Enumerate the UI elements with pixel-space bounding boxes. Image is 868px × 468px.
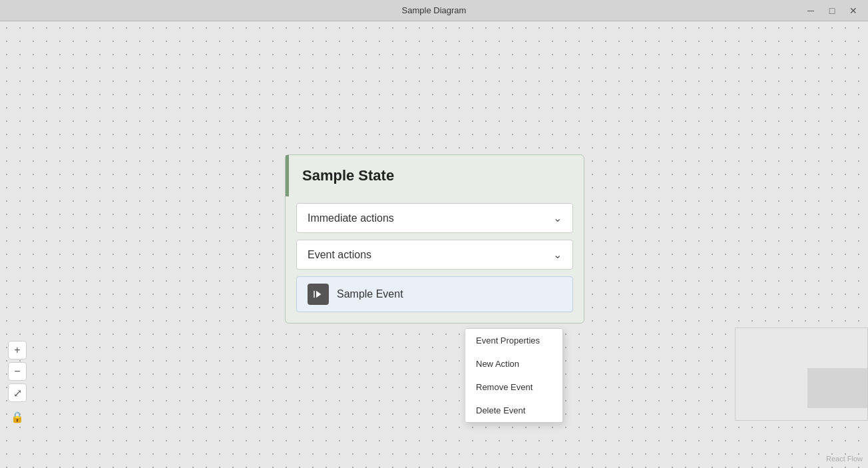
state-node: Sample State Immediate actions ⌄ Event a…	[285, 154, 584, 324]
sample-event-row[interactable]: Sample Event	[296, 276, 573, 312]
context-menu-item-delete-event[interactable]: Delete Event	[465, 399, 562, 422]
svg-rect-0	[314, 291, 315, 298]
fit-view-button[interactable]: ⤢	[8, 383, 27, 402]
lock-button[interactable]: 🔒	[8, 407, 27, 426]
window-controls: ─ □ ✕	[801, 3, 863, 18]
state-node-body: Immediate actions ⌄ Event actions ⌄ Samp…	[286, 196, 584, 323]
window-title: Sample Diagram	[402, 5, 467, 15]
maximize-button[interactable]: □	[823, 3, 841, 18]
zoom-controls: + − ⤢	[8, 341, 27, 402]
react-flow-watermark: React Flow	[826, 455, 863, 463]
immediate-actions-label: Immediate actions	[308, 212, 394, 224]
immediate-actions-section[interactable]: Immediate actions ⌄	[296, 203, 573, 233]
context-menu-item-event-properties[interactable]: Event Properties	[465, 329, 562, 352]
event-actions-label: Event actions	[308, 249, 371, 261]
minimap-viewport	[807, 368, 867, 408]
title-bar: Sample Diagram ─ □ ✕	[0, 0, 868, 21]
zoom-in-button[interactable]: +	[8, 341, 27, 359]
close-button[interactable]: ✕	[844, 3, 863, 18]
immediate-actions-chevron: ⌄	[553, 212, 562, 224]
state-node-header: Sample State	[286, 155, 584, 196]
zoom-out-button[interactable]: −	[8, 362, 27, 381]
event-label: Sample Event	[337, 288, 403, 300]
context-menu-item-new-action[interactable]: New Action	[465, 352, 562, 375]
minimap-panel	[735, 328, 868, 421]
event-icon	[308, 284, 329, 305]
event-actions-section[interactable]: Event actions ⌄	[296, 240, 573, 270]
state-node-title: Sample State	[302, 167, 394, 184]
event-actions-chevron: ⌄	[553, 248, 562, 261]
context-menu-item-remove-event[interactable]: Remove Event	[465, 375, 562, 399]
context-menu: Event Properties New Action Remove Event…	[465, 328, 563, 423]
minimize-button[interactable]: ─	[801, 3, 820, 18]
diagram-canvas[interactable]: + − ⤢ 🔒 Sample State Immediate actions ⌄…	[0, 21, 868, 468]
